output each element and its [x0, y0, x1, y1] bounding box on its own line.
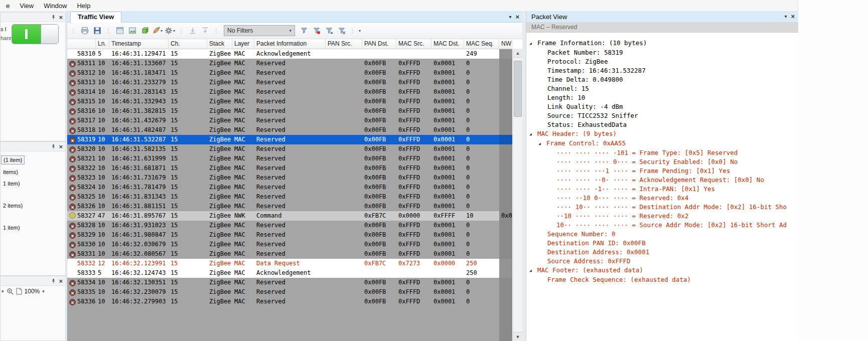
- table-row[interactable]: [67, 325, 512, 335]
- tree-node[interactable]: ···· ···· ···· ·101 = Frame Type: [0x5] …: [526, 148, 799, 157]
- toolbar-grip[interactable]: ⋮: [350, 27, 356, 34]
- tree-node[interactable]: Status: ExhaustedData: [526, 120, 799, 129]
- tree-node[interactable]: Timestamp: 16:46:31.532287: [526, 66, 799, 75]
- table-row[interactable]: 58310516:46:31.12947115ZigBeeMACAcknowle…: [67, 49, 512, 59]
- tree-node[interactable]: ···· ···· ·1·· ···· = Intra-PAN: [0x1] Y…: [526, 185, 799, 194]
- close-icon[interactable]: ×: [59, 278, 63, 284]
- column-header[interactable]: MAC Dst.: [431, 39, 464, 49]
- column-header[interactable]: NW: [499, 39, 512, 49]
- settings-gear-button[interactable]: ▾: [164, 25, 176, 37]
- table-row[interactable]: ×583171016:46:31.43267915ZigBeeMACReserv…: [67, 116, 512, 125]
- table-row[interactable]: ×583181016:46:31.48248715ZigBeeMACReserv…: [67, 125, 512, 135]
- column-header[interactable]: Timestamp: [109, 39, 169, 49]
- pin-icon[interactable]: [51, 144, 56, 149]
- tree-node[interactable]: ···· ···· ···1 ···· = Frame Pending: [0x…: [526, 166, 799, 176]
- page-icon[interactable]: [16, 288, 22, 295]
- toolbar-grip[interactable]: ⋮: [178, 27, 184, 34]
- tree-node[interactable]: Source Address: 0xFFFD: [526, 257, 799, 266]
- table-row[interactable]: ×583261016:46:31.88115115ZigBeeMACReserv…: [67, 202, 512, 211]
- scroll-up-icon[interactable]: ▲: [513, 49, 522, 58]
- tree-node[interactable]: Packet Number: 58319: [526, 48, 799, 57]
- zoom-level[interactable]: 100%: [25, 288, 40, 295]
- column-header[interactable]: Packet Information: [254, 39, 326, 49]
- column-header[interactable]: MAC Src.: [396, 39, 431, 49]
- column-header[interactable]: Ch.: [169, 39, 207, 49]
- tree-node[interactable]: Protocol: ZigBee: [526, 57, 799, 66]
- tree-node[interactable]: 10·· ···· ···· ···· = Source Addr Mode: …: [526, 221, 799, 230]
- table-row[interactable]: ×583281016:46:31.93102315ZigBeeMACReserv…: [67, 221, 512, 230]
- column-header[interactable]: Layer: [232, 39, 254, 49]
- list-item[interactable]: items): [1, 168, 20, 176]
- pin-icon[interactable]: [51, 278, 56, 284]
- table-row[interactable]: ×583151016:46:31.33294315ZigBeeMACReserv…: [67, 97, 512, 106]
- table-row[interactable]: ×583231016:46:31.73167915ZigBeeMACReserv…: [67, 173, 512, 183]
- clear-brush-button[interactable]: ▾: [152, 25, 163, 37]
- toolbar-grip[interactable]: ⋮: [70, 27, 76, 34]
- column-header[interactable]: Stack: [207, 39, 232, 49]
- packet-list-view-button[interactable]: [114, 25, 125, 37]
- timeline-view-button[interactable]: [126, 25, 138, 37]
- menu-item-e[interactable]: e: [1, 1, 15, 11]
- goto-first-packet-button[interactable]: [187, 25, 198, 37]
- column-header[interactable]: PAN Src.: [326, 39, 362, 49]
- table-row[interactable]: ×583161016:46:31.38281515ZigBeeMACReserv…: [67, 106, 512, 116]
- tree-node[interactable]: ◢Frame Control: 0xAA55: [526, 139, 799, 148]
- table-row[interactable]: ×583361016:46:32.27990315ZigBeeMACReserv…: [67, 297, 512, 306]
- pin-icon[interactable]: [51, 15, 56, 20]
- table-row[interactable]: [67, 306, 512, 316]
- tree-node[interactable]: ···· ··10 0··· ···· = Reserved: 0x4: [526, 194, 799, 203]
- table-row[interactable]: ×583241016:46:31.78147915ZigBeeMACReserv…: [67, 183, 512, 192]
- tab-traffic-view[interactable]: Traffic View: [70, 12, 121, 23]
- tree-node[interactable]: Frame Check Sequence: (exhausted data): [526, 275, 799, 284]
- list-item[interactable]: 1 item): [1, 224, 22, 232]
- expander-icon[interactable]: ◢: [538, 139, 546, 148]
- column-header[interactable]: Ln.: [96, 39, 109, 49]
- tree-node[interactable]: Destination Address: 0x0001: [526, 248, 799, 257]
- table-row[interactable]: ×583251016:46:31.83134315ZigBeeMACReserv…: [67, 192, 512, 202]
- tree-node[interactable]: Sequence Number: 0: [526, 230, 799, 239]
- tree-node[interactable]: ◢MAC Header: (9 bytes): [526, 129, 799, 139]
- filter-combo[interactable]: No Filters ▾: [224, 25, 295, 36]
- column-header[interactable]: MAC Seq.: [464, 39, 499, 49]
- filter-apply-button[interactable]: [298, 25, 310, 37]
- tree-node[interactable]: ··10 ···· ···· ···· = Reserved: 0x2: [526, 212, 799, 221]
- tree-node[interactable]: Channel: 15: [526, 84, 799, 93]
- capture-toggle[interactable]: [12, 24, 59, 44]
- panel-menu-icon[interactable]: ▾: [784, 14, 787, 19]
- table-row[interactable]: 583274716:46:31.89576715ZigBeeNWKCommand…: [67, 211, 512, 221]
- table-row[interactable]: 58333516:46:32.12474315ZigBeeMACAcknowle…: [67, 268, 512, 278]
- table-row[interactable]: ×583301016:46:32.03067915ZigBeeMACReserv…: [67, 240, 512, 249]
- close-icon[interactable]: ×: [515, 13, 519, 21]
- vertical-scrollbar[interactable]: ▲ ▼: [513, 49, 522, 341]
- menu-item-view[interactable]: View: [15, 1, 39, 11]
- tree-node[interactable]: Link Quality: -4 dBm: [526, 102, 799, 111]
- save-button[interactable]: [91, 25, 103, 37]
- toggle-handle[interactable]: [41, 25, 58, 44]
- table-row[interactable]: ×583201016:46:31.58213515ZigBeeMACReserv…: [67, 144, 512, 154]
- table-row[interactable]: 583321216:46:32.12399115ZigBeeMACData Re…: [67, 259, 512, 268]
- table-row[interactable]: ×583221016:46:31.68187115ZigBeeMACReserv…: [67, 163, 512, 173]
- close-icon[interactable]: ×: [791, 13, 795, 20]
- toolbar-grip[interactable]: ⋮: [213, 27, 219, 34]
- table-row[interactable]: ×583291016:46:31.98084715ZigBeeMACReserv…: [67, 230, 512, 240]
- table-row[interactable]: [67, 335, 512, 341]
- tree-node[interactable]: Source: TICC2532 Sniffer: [526, 111, 799, 120]
- expander-icon[interactable]: ◢: [529, 39, 537, 48]
- menu-item-window[interactable]: Window: [39, 1, 72, 11]
- scroll-down-icon[interactable]: ▼: [513, 332, 522, 341]
- scrollbar-thumb[interactable]: [514, 61, 522, 117]
- tree-node[interactable]: Length: 10: [526, 93, 799, 102]
- table-row[interactable]: ×583111016:46:31.13360715ZigBeeMACReserv…: [67, 59, 512, 68]
- column-header[interactable]: [67, 39, 96, 49]
- tree-node[interactable]: Destination PAN ID: 0x00FB: [526, 239, 799, 248]
- tree-node[interactable]: ···· ···· ··0· ···· = Acknowledgement Re…: [526, 176, 799, 185]
- tree-node[interactable]: ···· 10·· ···· ···· = Destination Addr M…: [526, 203, 799, 212]
- toolbar-overflow-icon[interactable]: ▾: [359, 29, 361, 33]
- table-row[interactable]: ×583341016:46:32.13035115ZigBeeMACReserv…: [67, 278, 512, 287]
- filter-edit-button[interactable]: [311, 25, 322, 37]
- list-item[interactable]: 2 items): [1, 202, 25, 210]
- tree-node[interactable]: ◢MAC Footer: (exhausted data): [526, 266, 799, 275]
- chevron-down-icon[interactable]: ▾: [42, 289, 45, 294]
- goto-last-packet-button[interactable]: [199, 25, 211, 37]
- expander-icon[interactable]: ◢: [529, 130, 537, 139]
